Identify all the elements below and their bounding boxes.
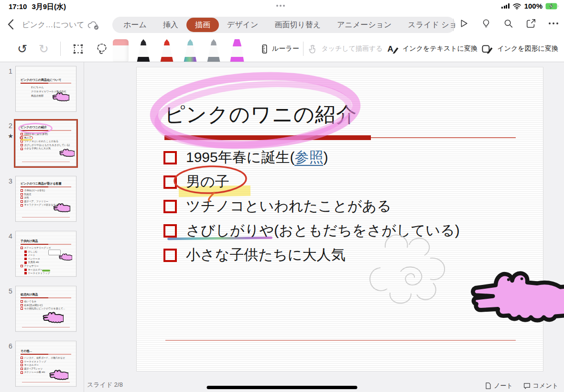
divider [303, 42, 304, 56]
croc-doodle-icon [59, 253, 72, 261]
gray-pencil-tool[interactable] [205, 39, 222, 62]
search-icon[interactable] [503, 18, 513, 29]
tab-slideshow[interactable]: スライド ショー [400, 18, 456, 32]
tab-transitions[interactable]: 画面切り替え [266, 18, 329, 32]
pink-highlighter-tool[interactable] [228, 39, 246, 62]
wifi-icon [512, 3, 521, 10]
tab-animations[interactable]: アニメーション [329, 18, 400, 32]
slide-thumbnail-5[interactable]: 幼児向け商品 ぬいぐるみ絵本(読み聞かせ)その他玩具にピンクのワニを添えて... [15, 286, 76, 332]
title-underline-thin [371, 137, 516, 138]
thumbnail-wrap-1: 1 ピンクのワニの商品化について わにちゃんクロコダイルワールド株式会社商品企画… [6, 66, 76, 112]
black-pen-tool[interactable] [135, 39, 152, 62]
redo-button[interactable]: ↻ [39, 43, 49, 55]
divider [453, 19, 454, 31]
highlight-doodle [21, 139, 32, 141]
red-pen-tool[interactable] [158, 39, 175, 62]
thumb-line: ケータイストラップ [21, 360, 76, 364]
slide-thumbnail-6[interactable]: その他… ハンカチ、化粧ポーチ、小物入れなどケータイストラップキーホルダー親子ペ… [15, 341, 76, 387]
divider [60, 42, 61, 56]
thumbnail-wrap-4: 4 子供向け商品 ステーショナリーグッズけしごむノートペンケース文房具 etcア… [6, 231, 76, 277]
croc-doodle-icon [52, 92, 69, 102]
caterpillar-doodle [42, 270, 50, 272]
croc-doodle-icon [53, 203, 70, 213]
thumb-line: 文房具 etc [24, 261, 76, 264]
bullet-row: 男の子 [163, 170, 527, 194]
thumb-line: アクセサリー [21, 264, 76, 268]
tab-home[interactable]: ホーム [115, 18, 155, 32]
comment-icon [523, 382, 531, 390]
marker-oval-doodle [18, 123, 53, 134]
ruler-button[interactable]: ルーラー [260, 44, 299, 54]
slide-canvas[interactable]: ピンクのワニの紹介 1995年春に誕生(参照) 男の子 ツチノコといわれたことが… [136, 67, 543, 371]
tab-design[interactable]: デザイン [219, 18, 267, 32]
svg-text:A: A [388, 44, 393, 54]
multitasking-dots-icon[interactable] [276, 5, 285, 7]
battery-icon [545, 3, 559, 10]
notes-button[interactable]: ノート [485, 381, 513, 390]
date: 3月9日(水) [32, 2, 66, 11]
back-button[interactable] [8, 19, 14, 30]
thumb-number: 1 [9, 67, 12, 75]
thumbnail-wrap-5: 5 幼児向け商品 ぬいぐるみ絵本(読み聞かせ)その他玩具にピンクのワニを添えて.… [6, 286, 76, 332]
slide-thumbnail-2[interactable]: ピンクのワニの紹介 1995年春に誕生(参照)男の子ツチノコといわれたことがある… [15, 120, 76, 166]
thumb-line: その他玩具にピンクのワニを添えて... [21, 307, 76, 311]
galaxy-pencil-tool[interactable] [182, 39, 199, 62]
marquee-select-icon[interactable] [72, 43, 84, 55]
lasso-select-icon[interactable] [96, 43, 108, 55]
bullet-square [163, 224, 177, 238]
reference-link[interactable]: 参照 [294, 149, 323, 166]
slide-footer-line [165, 340, 516, 341]
tab-insert[interactable]: 挿入 [155, 18, 186, 32]
content-area: 1 ピンクのワニの商品化について わにちゃんクロコダイルワールド株式会社商品企画… [0, 62, 564, 392]
tab-draw[interactable]: 描画 [186, 18, 219, 32]
title-underline-bar [164, 135, 371, 140]
ink-to-shape-button[interactable]: インクを図形に変換 [481, 44, 558, 54]
ribbon-bar: ピンク…について ホーム 挿入 描画 デザイン 画面切り替え アニメーション ス… [0, 13, 564, 36]
slide-thumbnail-4[interactable]: 子供向け商品 ステーショナリーグッズけしごむノートペンケース文房具 etcアクセ… [15, 231, 76, 277]
comments-button[interactable]: コメント [523, 381, 558, 390]
croc-doodle-icon [43, 311, 64, 324]
slide-thumbnail-3[interactable]: ピンクのワニ商品が受ける客層 子供向け(〜小学生)乳幼児女性親子ペア、ファミリー… [15, 176, 76, 222]
thumb-line: 女性 [21, 196, 76, 200]
touch-draw-button: タッチして描画する [307, 44, 382, 54]
ink-to-text-icon: A [387, 44, 399, 54]
thumb-line: 絵本(読み聞かせ) [21, 304, 76, 307]
battery-percent: 100% [524, 2, 542, 10]
bullet-square [163, 175, 177, 189]
lightbulb-icon[interactable] [481, 18, 491, 29]
slide-counter: スライド 2/8 [87, 381, 123, 389]
thumb-line: 乳幼児 [21, 193, 76, 196]
eraser-tool[interactable] [113, 39, 129, 62]
thumb-line: ハンカチ、化粧ポーチ、小物入れなど [21, 356, 76, 360]
more-icon[interactable] [549, 22, 559, 25]
thumb-number: 4 [9, 232, 12, 240]
thumb-line: キーホルダー [21, 363, 76, 367]
thumbnail-wrap-6: 6 その他… ハンカチ、化粧ポーチ、小物入れなどケータイストラップキーホルダー親… [6, 341, 76, 387]
bullet-row: 小さな子供たちに大人気 [163, 243, 527, 267]
undo-button[interactable]: ↺ [17, 43, 27, 55]
thumb-number: 6 [9, 342, 12, 350]
slide-thumbnail-panel: 1 ピンクのワニの商品化について わにちゃんクロコダイルワールド株式会社商品企画… [0, 62, 84, 392]
play-slideshow-icon[interactable] [458, 18, 469, 29]
document-title[interactable]: ピンク…について [22, 20, 85, 30]
ruler-icon [260, 44, 269, 54]
bullet-list: 1995年春に誕生(参照) 男の子 ツチノコといわれたことがある さびしがりや(… [163, 145, 527, 267]
thumb-line: 子供向け(〜小学生) [21, 189, 76, 193]
bullet-square [163, 200, 177, 213]
thumb-line: キーホルダー [24, 268, 76, 272]
bullet-row: 1995年春に誕生(参照) [163, 145, 527, 170]
bullet-square [163, 249, 177, 262]
croc-doodle-icon [49, 369, 68, 381]
thumbnail-wrap-3: 3 ピンクのワニ商品が受ける客層 子供向け(〜小学生)乳幼児女性親子ペア、ファミ… [6, 176, 76, 222]
bullet-square [163, 151, 177, 164]
home-indicator[interactable] [207, 386, 358, 389]
ink-to-shape-icon [481, 44, 494, 54]
thumb-line: わにちゃん [31, 85, 76, 89]
share-icon[interactable] [526, 18, 536, 29]
slide-thumbnail-1[interactable]: ピンクのワニの商品化について わにちゃんクロコダイルワールド株式会社商品企画部 [15, 66, 76, 112]
thumbnail-wrap-2: 2 ピンクのワニの紹介 1995年春に誕生(参照)男の子ツチノコといわれたことが… [6, 120, 76, 166]
status-bar: 17:10 3月9日(水) 100% [0, 0, 564, 13]
ink-to-text-button[interactable]: A インクをテキストに変換 [387, 44, 477, 54]
touch-draw-icon [307, 44, 318, 54]
thumb-number: 3 [9, 177, 12, 185]
